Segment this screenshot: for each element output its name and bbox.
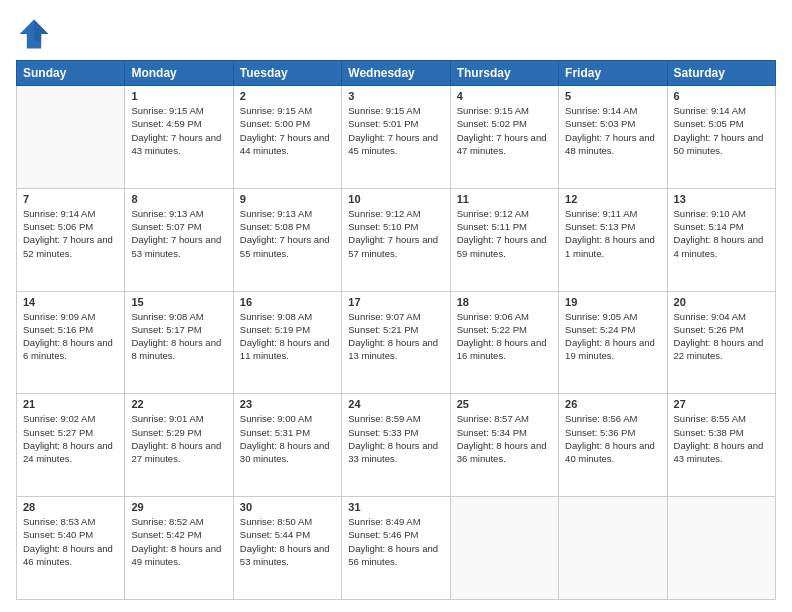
day-info: Sunrise: 8:53 AMSunset: 5:40 PMDaylight:… (23, 515, 118, 568)
day-info: Sunrise: 9:08 AMSunset: 5:17 PMDaylight:… (131, 310, 226, 363)
day-info: Sunrise: 9:02 AMSunset: 5:27 PMDaylight:… (23, 412, 118, 465)
day-number: 9 (240, 193, 335, 205)
calendar-cell (667, 497, 775, 600)
calendar-cell: 5Sunrise: 9:14 AMSunset: 5:03 PMDaylight… (559, 86, 667, 189)
calendar-cell: 22Sunrise: 9:01 AMSunset: 5:29 PMDayligh… (125, 394, 233, 497)
logo-icon (16, 16, 52, 52)
weekday-header-monday: Monday (125, 61, 233, 86)
calendar-cell: 31Sunrise: 8:49 AMSunset: 5:46 PMDayligh… (342, 497, 450, 600)
day-number: 10 (348, 193, 443, 205)
day-number: 12 (565, 193, 660, 205)
calendar-cell: 18Sunrise: 9:06 AMSunset: 5:22 PMDayligh… (450, 291, 558, 394)
calendar-page: SundayMondayTuesdayWednesdayThursdayFrid… (0, 0, 792, 612)
calendar-cell (559, 497, 667, 600)
day-number: 24 (348, 398, 443, 410)
week-row-5: 28Sunrise: 8:53 AMSunset: 5:40 PMDayligh… (17, 497, 776, 600)
day-info: Sunrise: 9:14 AMSunset: 5:05 PMDaylight:… (674, 104, 769, 157)
week-row-1: 1Sunrise: 9:15 AMSunset: 4:59 PMDaylight… (17, 86, 776, 189)
day-info: Sunrise: 9:13 AMSunset: 5:08 PMDaylight:… (240, 207, 335, 260)
day-info: Sunrise: 8:49 AMSunset: 5:46 PMDaylight:… (348, 515, 443, 568)
day-number: 23 (240, 398, 335, 410)
logo (16, 16, 58, 52)
weekday-header-wednesday: Wednesday (342, 61, 450, 86)
calendar-cell: 17Sunrise: 9:07 AMSunset: 5:21 PMDayligh… (342, 291, 450, 394)
day-number: 27 (674, 398, 769, 410)
day-info: Sunrise: 9:15 AMSunset: 5:00 PMDaylight:… (240, 104, 335, 157)
day-info: Sunrise: 8:50 AMSunset: 5:44 PMDaylight:… (240, 515, 335, 568)
day-number: 4 (457, 90, 552, 102)
day-info: Sunrise: 9:08 AMSunset: 5:19 PMDaylight:… (240, 310, 335, 363)
day-number: 18 (457, 296, 552, 308)
day-info: Sunrise: 9:09 AMSunset: 5:16 PMDaylight:… (23, 310, 118, 363)
day-number: 7 (23, 193, 118, 205)
day-number: 17 (348, 296, 443, 308)
day-info: Sunrise: 9:15 AMSunset: 5:01 PMDaylight:… (348, 104, 443, 157)
day-number: 5 (565, 90, 660, 102)
calendar-cell: 15Sunrise: 9:08 AMSunset: 5:17 PMDayligh… (125, 291, 233, 394)
day-info: Sunrise: 9:07 AMSunset: 5:21 PMDaylight:… (348, 310, 443, 363)
calendar-cell: 6Sunrise: 9:14 AMSunset: 5:05 PMDaylight… (667, 86, 775, 189)
day-number: 11 (457, 193, 552, 205)
calendar-cell (450, 497, 558, 600)
day-info: Sunrise: 9:12 AMSunset: 5:10 PMDaylight:… (348, 207, 443, 260)
day-number: 26 (565, 398, 660, 410)
calendar-cell: 12Sunrise: 9:11 AMSunset: 5:13 PMDayligh… (559, 188, 667, 291)
day-info: Sunrise: 9:15 AMSunset: 5:02 PMDaylight:… (457, 104, 552, 157)
calendar-cell: 25Sunrise: 8:57 AMSunset: 5:34 PMDayligh… (450, 394, 558, 497)
week-row-3: 14Sunrise: 9:09 AMSunset: 5:16 PMDayligh… (17, 291, 776, 394)
day-number: 14 (23, 296, 118, 308)
day-info: Sunrise: 8:55 AMSunset: 5:38 PMDaylight:… (674, 412, 769, 465)
calendar-table: SundayMondayTuesdayWednesdayThursdayFrid… (16, 60, 776, 600)
day-number: 16 (240, 296, 335, 308)
calendar-cell: 21Sunrise: 9:02 AMSunset: 5:27 PMDayligh… (17, 394, 125, 497)
day-info: Sunrise: 9:13 AMSunset: 5:07 PMDaylight:… (131, 207, 226, 260)
calendar-cell: 23Sunrise: 9:00 AMSunset: 5:31 PMDayligh… (233, 394, 341, 497)
weekday-header-saturday: Saturday (667, 61, 775, 86)
day-number: 3 (348, 90, 443, 102)
day-info: Sunrise: 9:10 AMSunset: 5:14 PMDaylight:… (674, 207, 769, 260)
day-number: 13 (674, 193, 769, 205)
day-info: Sunrise: 9:00 AMSunset: 5:31 PMDaylight:… (240, 412, 335, 465)
calendar-cell: 8Sunrise: 9:13 AMSunset: 5:07 PMDaylight… (125, 188, 233, 291)
day-number: 19 (565, 296, 660, 308)
day-number: 28 (23, 501, 118, 513)
day-info: Sunrise: 8:52 AMSunset: 5:42 PMDaylight:… (131, 515, 226, 568)
day-info: Sunrise: 9:12 AMSunset: 5:11 PMDaylight:… (457, 207, 552, 260)
day-number: 15 (131, 296, 226, 308)
day-info: Sunrise: 9:04 AMSunset: 5:26 PMDaylight:… (674, 310, 769, 363)
day-info: Sunrise: 8:57 AMSunset: 5:34 PMDaylight:… (457, 412, 552, 465)
day-info: Sunrise: 8:56 AMSunset: 5:36 PMDaylight:… (565, 412, 660, 465)
calendar-cell: 27Sunrise: 8:55 AMSunset: 5:38 PMDayligh… (667, 394, 775, 497)
day-info: Sunrise: 9:14 AMSunset: 5:06 PMDaylight:… (23, 207, 118, 260)
day-number: 31 (348, 501, 443, 513)
calendar-cell: 10Sunrise: 9:12 AMSunset: 5:10 PMDayligh… (342, 188, 450, 291)
day-info: Sunrise: 9:06 AMSunset: 5:22 PMDaylight:… (457, 310, 552, 363)
calendar-cell: 20Sunrise: 9:04 AMSunset: 5:26 PMDayligh… (667, 291, 775, 394)
day-number: 30 (240, 501, 335, 513)
svg-marker-1 (34, 20, 48, 42)
calendar-cell: 29Sunrise: 8:52 AMSunset: 5:42 PMDayligh… (125, 497, 233, 600)
day-number: 20 (674, 296, 769, 308)
weekday-header-thursday: Thursday (450, 61, 558, 86)
weekday-header-sunday: Sunday (17, 61, 125, 86)
day-number: 21 (23, 398, 118, 410)
calendar-cell: 16Sunrise: 9:08 AMSunset: 5:19 PMDayligh… (233, 291, 341, 394)
calendar-cell: 1Sunrise: 9:15 AMSunset: 4:59 PMDaylight… (125, 86, 233, 189)
calendar-cell: 7Sunrise: 9:14 AMSunset: 5:06 PMDaylight… (17, 188, 125, 291)
calendar-cell: 24Sunrise: 8:59 AMSunset: 5:33 PMDayligh… (342, 394, 450, 497)
week-row-4: 21Sunrise: 9:02 AMSunset: 5:27 PMDayligh… (17, 394, 776, 497)
day-number: 6 (674, 90, 769, 102)
weekday-header-tuesday: Tuesday (233, 61, 341, 86)
day-info: Sunrise: 9:14 AMSunset: 5:03 PMDaylight:… (565, 104, 660, 157)
weekday-header-friday: Friday (559, 61, 667, 86)
day-info: Sunrise: 9:15 AMSunset: 4:59 PMDaylight:… (131, 104, 226, 157)
calendar-cell: 28Sunrise: 8:53 AMSunset: 5:40 PMDayligh… (17, 497, 125, 600)
calendar-cell: 9Sunrise: 9:13 AMSunset: 5:08 PMDaylight… (233, 188, 341, 291)
day-number: 2 (240, 90, 335, 102)
calendar-cell: 30Sunrise: 8:50 AMSunset: 5:44 PMDayligh… (233, 497, 341, 600)
day-number: 1 (131, 90, 226, 102)
calendar-cell: 26Sunrise: 8:56 AMSunset: 5:36 PMDayligh… (559, 394, 667, 497)
day-info: Sunrise: 9:01 AMSunset: 5:29 PMDaylight:… (131, 412, 226, 465)
day-number: 29 (131, 501, 226, 513)
calendar-cell: 11Sunrise: 9:12 AMSunset: 5:11 PMDayligh… (450, 188, 558, 291)
